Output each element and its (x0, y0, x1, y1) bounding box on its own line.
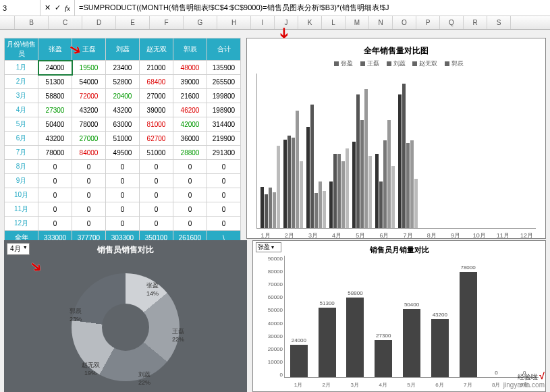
cell[interactable]: 0 (140, 202, 173, 217)
cell[interactable]: 0 (173, 202, 207, 217)
cell[interactable]: 43200 (106, 103, 140, 117)
cell[interactable]: 78000 (38, 146, 72, 160)
month-cell[interactable]: 7月 (5, 146, 38, 160)
cell[interactable]: 27300 (38, 103, 72, 117)
header-cell[interactable]: 赵无双 (140, 38, 173, 61)
cell[interactable]: 0 (106, 202, 140, 217)
col-header[interactable]: F (150, 16, 184, 29)
month-cell[interactable]: 6月 (5, 132, 38, 146)
header-cell[interactable]: 刘蕊 (106, 38, 140, 61)
cell[interactable]: 0 (173, 188, 207, 202)
name-box[interactable]: 3 (0, 0, 40, 16)
col-header[interactable]: G (184, 16, 217, 29)
cell[interactable]: 0 (106, 174, 140, 188)
month-cell[interactable]: 11月 (5, 202, 38, 217)
cell[interactable]: 0 (207, 217, 241, 231)
cell[interactable]: 62700 (140, 132, 173, 146)
col-header[interactable]: K (298, 16, 322, 29)
col-header[interactable]: B (15, 16, 49, 29)
cell[interactable]: 24000 (38, 61, 72, 75)
cell[interactable]: 0 (38, 188, 72, 202)
cell[interactable]: 39000 (140, 103, 173, 117)
cell[interactable]: 54000 (72, 75, 106, 89)
cell[interactable]: 0 (173, 217, 207, 231)
cell[interactable]: 291300 (207, 146, 241, 160)
cell[interactable]: 0 (173, 160, 207, 174)
cell[interactable]: 0 (72, 174, 106, 188)
cell[interactable]: 0 (207, 188, 241, 202)
cell[interactable]: 51300 (38, 75, 72, 89)
cell[interactable]: 49500 (106, 146, 140, 160)
col-header[interactable]: D (82, 16, 116, 29)
cell[interactable]: 0 (106, 160, 140, 174)
month-cell[interactable]: 8月 (5, 160, 38, 174)
cell[interactable]: 0 (207, 160, 241, 174)
cell[interactable]: 39000 (173, 75, 207, 89)
cell[interactable]: 0 (38, 174, 72, 188)
cell[interactable]: 0 (140, 174, 173, 188)
cell[interactable]: 219900 (207, 132, 241, 146)
cell[interactable]: 43200 (72, 103, 106, 117)
cell[interactable]: 0 (38, 202, 72, 217)
cell[interactable]: 21000 (140, 61, 173, 75)
cell[interactable]: 0 (106, 188, 140, 202)
col-header[interactable]: R (464, 16, 487, 29)
cell[interactable]: 19500 (72, 61, 106, 75)
col-header[interactable]: O (393, 16, 416, 29)
cell[interactable]: 81000 (140, 117, 173, 132)
cell[interactable]: 72000 (72, 89, 106, 103)
cell[interactable]: 58800 (38, 89, 72, 103)
col-header[interactable]: N (369, 16, 393, 29)
cell[interactable]: 0 (38, 160, 72, 174)
col-header[interactable]: S (487, 16, 511, 29)
cell[interactable]: 0 (38, 217, 72, 231)
cell[interactable]: 27000 (72, 132, 106, 146)
cell[interactable]: 42000 (173, 117, 207, 132)
month-cell[interactable]: 5月 (5, 117, 38, 132)
cell[interactable]: 0 (140, 188, 173, 202)
cell[interactable]: 0 (140, 217, 173, 231)
col-header[interactable]: C (49, 16, 82, 29)
cell[interactable]: 198900 (207, 103, 241, 117)
cell[interactable]: 20400 (106, 89, 140, 103)
month-cell[interactable]: 2月 (5, 75, 38, 89)
cell[interactable]: 27000 (140, 89, 173, 103)
col-header[interactable]: P (416, 16, 440, 29)
month-cell[interactable]: 9月 (5, 174, 38, 188)
cell[interactable]: 50400 (38, 117, 72, 132)
monthly-bar-chart[interactable]: 张盈 销售员月销量对比 9000080000700006000050000400… (252, 240, 546, 392)
cell[interactable]: 0 (72, 188, 106, 202)
cell[interactable]: 68400 (140, 75, 173, 89)
cell[interactable]: 84000 (72, 146, 106, 160)
cell[interactable]: 314400 (207, 117, 241, 132)
header-cell[interactable]: 合计 (207, 38, 241, 61)
cell[interactable]: 52800 (106, 75, 140, 89)
header-cell[interactable]: 张盈 (38, 38, 72, 61)
cell[interactable]: 51000 (106, 132, 140, 146)
series-select[interactable]: 张盈 (256, 242, 281, 252)
cell[interactable]: 43200 (38, 132, 72, 146)
cell[interactable]: 48000 (173, 61, 207, 75)
cell[interactable]: 51000 (140, 146, 173, 160)
month-cell[interactable]: 3月 (5, 89, 38, 103)
cancel-icon[interactable]: ✕ (45, 3, 51, 12)
cell[interactable]: 0 (72, 217, 106, 231)
cell[interactable]: 265500 (207, 75, 241, 89)
cell[interactable]: 36000 (173, 132, 207, 146)
cell[interactable]: 21600 (173, 89, 207, 103)
cell[interactable]: 78000 (72, 117, 106, 132)
cell[interactable]: 0 (72, 202, 106, 217)
formula-input[interactable]: =SUMPRODUCT((MONTH(销售明细表!$C$4:$C$9000)=销… (75, 3, 550, 13)
sales-table[interactable]: 月份\销售员 张盈 王磊 刘蕊 赵无双 郭辰 合计 1月240001950023… (4, 38, 241, 245)
cell[interactable]: 28800 (173, 146, 207, 160)
cell[interactable]: 135900 (207, 61, 241, 75)
fx-icon[interactable]: fx (65, 4, 70, 12)
cell[interactable]: 0 (140, 160, 173, 174)
month-select[interactable]: 4月 (7, 243, 30, 255)
cell[interactable]: 46200 (173, 103, 207, 117)
col-header[interactable]: E (116, 16, 150, 29)
accept-icon[interactable]: ✓ (55, 3, 61, 12)
col-header[interactable]: M (346, 16, 369, 29)
cell[interactable]: 0 (106, 217, 140, 231)
col-header[interactable]: H (217, 16, 251, 29)
